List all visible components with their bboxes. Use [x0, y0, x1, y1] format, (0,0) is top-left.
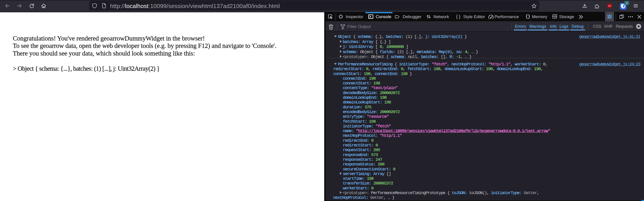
svg-text:{ }: { }	[456, 14, 460, 19]
svg-text:2: 2	[626, 1, 628, 5]
svg-text:uO: uO	[608, 5, 611, 7]
